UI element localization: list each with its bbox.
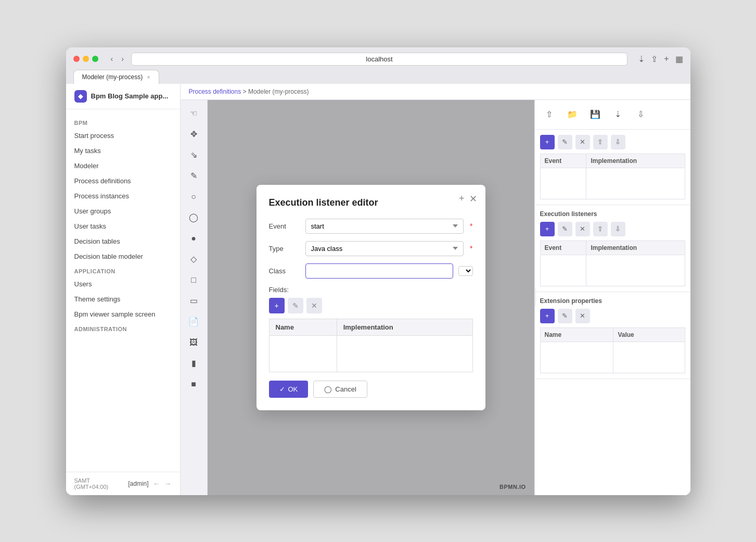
exec-table-col-event: Event: [540, 241, 586, 255]
exec-add-button[interactable]: +: [540, 222, 555, 236]
ok-checkmark-icon: ✓: [279, 385, 285, 393]
cancel-circle-icon: ◯: [324, 385, 332, 393]
panel-icons-row: ⇧ 📁 💾 ⇣ ⇩: [535, 100, 690, 130]
logout-icon[interactable]: →: [164, 480, 172, 488]
fields-edit-button[interactable]: ✎: [288, 298, 303, 313]
event-select[interactable]: start end: [305, 219, 464, 234]
doc-tool-button[interactable]: 📄: [184, 312, 203, 331]
address-bar[interactable]: localhost: [131, 53, 627, 66]
ext-delete-button[interactable]: ✕: [575, 309, 590, 323]
modal-add-button[interactable]: +: [459, 193, 465, 204]
top-delete-button[interactable]: ✕: [575, 135, 590, 149]
edit-tool-button[interactable]: ✎: [184, 167, 203, 185]
share-icon[interactable]: ⇪: [651, 54, 658, 64]
marquee-tool-button[interactable]: ✥: [184, 125, 203, 144]
modeler-canvas[interactable]: Execution listener editor + ✕ Event star…: [208, 100, 534, 495]
right-panel: › ⇧ 📁 💾 ⇣ ⇩ + ✎ ✕: [534, 100, 690, 495]
sidebar-item-theme-settings[interactable]: Theme settings: [66, 292, 180, 307]
minimize-traffic-light[interactable]: [83, 56, 89, 62]
sidebar-item-decision-tables[interactable]: Decision tables: [66, 234, 180, 249]
fields-delete-button[interactable]: ✕: [306, 298, 322, 313]
exec-table-empty-row: [540, 255, 685, 286]
cancel-button[interactable]: ◯ Cancel: [313, 381, 367, 398]
rect-tool-button[interactable]: □: [184, 271, 203, 289]
rect-sub-tool-button[interactable]: ▭: [184, 292, 203, 310]
breadcrumb: Process definitions > Modeler (my-proces…: [181, 84, 690, 100]
sidebar: ◆ Bpm Blog Sample app... BPM Start proce…: [66, 84, 181, 495]
exec-delete-button[interactable]: ✕: [575, 222, 590, 236]
hand-tool-button[interactable]: ☜: [184, 104, 203, 123]
download-icon[interactable]: ⇣: [638, 54, 645, 64]
ok-label: OK: [288, 385, 298, 393]
download-xml-icon-button[interactable]: ⇣: [609, 105, 627, 124]
execution-listener-modal: Execution listener editor + ✕ Event star…: [257, 185, 485, 410]
exec-up-button[interactable]: ⇧: [593, 222, 608, 236]
browser-nav: ‹ ›: [109, 54, 126, 64]
sidebar-nav: BPM Start process My tasks Modeler Proce…: [66, 109, 180, 472]
tab-close-button[interactable]: ×: [147, 74, 150, 80]
top-up-button[interactable]: ⇧: [593, 135, 608, 149]
sidebar-item-decision-table-modeler[interactable]: Decision table modeler: [66, 249, 180, 264]
tabs-bar: Modeler (my-process) ×: [73, 70, 683, 84]
db-tool-button[interactable]: 🖼: [184, 333, 203, 352]
ext-table-empty-value: [613, 342, 685, 373]
pool-tool-button[interactable]: ▮: [184, 354, 203, 373]
top-down-button[interactable]: ⇩: [611, 135, 625, 149]
fields-empty-name: [269, 335, 337, 372]
modeler-area: ☜ ✥ ⇘ ✎ ○ ◯ ● ◇ □ ▭ 📄 🖼 ▮ ■: [181, 100, 690, 495]
filled-circle-tool-button[interactable]: ●: [184, 229, 203, 248]
ext-table-col-name: Name: [540, 327, 613, 342]
traffic-lights: [73, 56, 98, 62]
fields-label: Fields:: [269, 286, 473, 294]
sidebar-item-process-definitions[interactable]: Process definitions: [66, 173, 180, 188]
ext-add-button[interactable]: +: [540, 309, 555, 323]
download-svg-icon-button[interactable]: ⇩: [632, 105, 650, 124]
type-required-star: *: [470, 244, 472, 253]
sidebar-item-user-groups[interactable]: User groups: [66, 204, 180, 219]
timezone-label: SAMT (GMT+04:00): [74, 477, 124, 490]
bpm-section-label: BPM: [66, 116, 180, 128]
sidebar-item-users[interactable]: Users: [66, 276, 180, 292]
connect-tool-button[interactable]: ⇘: [184, 146, 203, 165]
class-dropdown[interactable]: [458, 266, 473, 276]
exec-listeners-table: Event Implementation: [540, 241, 685, 286]
back-button[interactable]: ‹: [109, 54, 116, 64]
sidebar-item-user-tasks[interactable]: User tasks: [66, 219, 180, 234]
sidebar-item-process-instances[interactable]: Process instances: [66, 188, 180, 204]
circle-bold-tool-button[interactable]: ◯: [184, 208, 203, 227]
fields-add-button[interactable]: +: [269, 298, 285, 313]
class-input[interactable]: [305, 263, 453, 279]
exec-edit-button[interactable]: ✎: [558, 222, 572, 236]
breadcrumb-parent[interactable]: Process definitions: [189, 88, 241, 95]
diamond-tool-button[interactable]: ◇: [184, 250, 203, 269]
circle-tool-button[interactable]: ○: [184, 187, 203, 206]
fields-empty-implementation: [337, 335, 472, 372]
upload-icon-button[interactable]: ⇧: [540, 105, 559, 124]
maximize-traffic-light[interactable]: [92, 56, 98, 62]
save-icon-button[interactable]: 💾: [586, 105, 605, 124]
modal-close-button[interactable]: ✕: [469, 193, 477, 205]
top-edit-button[interactable]: ✎: [558, 135, 572, 149]
sidebar-item-start-process[interactable]: Start process: [66, 128, 180, 143]
sidebar-item-my-tasks[interactable]: My tasks: [66, 143, 180, 158]
sidebar-item-bpm-viewer[interactable]: Bpm viewer sample screen: [66, 307, 180, 322]
panel-collapse-button[interactable]: ›: [534, 289, 536, 306]
close-traffic-light[interactable]: [73, 56, 80, 62]
sidebar-toggle-icon[interactable]: ←: [153, 480, 160, 488]
open-icon-button[interactable]: 📁: [563, 105, 582, 124]
event-label: Event: [269, 222, 300, 230]
dashed-rect-tool-button[interactable]: ■: [184, 375, 203, 394]
ext-table-empty-name: [540, 342, 613, 373]
exec-down-button[interactable]: ⇩: [611, 222, 625, 236]
browser-tab[interactable]: Modeler (my-process) ×: [73, 70, 159, 84]
ext-props-table: Name Value: [540, 327, 685, 373]
top-add-button[interactable]: +: [540, 135, 555, 149]
ext-edit-button[interactable]: ✎: [558, 309, 572, 323]
forward-button[interactable]: ›: [119, 54, 126, 64]
top-table-empty-impl: [586, 168, 685, 199]
sidebar-item-modeler[interactable]: Modeler: [66, 158, 180, 173]
type-select[interactable]: Java class Expression Delegate expressio…: [305, 241, 464, 256]
tabs-icon[interactable]: ▦: [675, 54, 683, 64]
ok-button[interactable]: ✓ OK: [269, 381, 309, 398]
new-tab-icon[interactable]: +: [664, 54, 669, 64]
